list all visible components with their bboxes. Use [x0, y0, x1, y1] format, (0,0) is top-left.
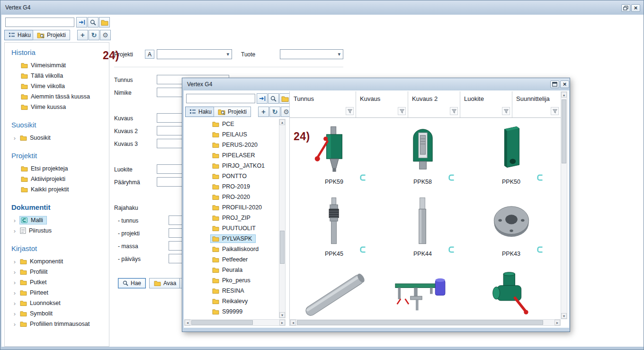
- sidebar-item[interactable]: Etsi projekteja: [5, 163, 109, 174]
- filter-icon[interactable]: [346, 107, 354, 115]
- popup-go-button[interactable]: [257, 93, 268, 104]
- main-titlebar[interactable]: Vertex G4: [0, 0, 644, 15]
- popup-tab-haku[interactable]: Haku: [185, 107, 216, 117]
- add-button[interactable]: [77, 30, 88, 40]
- column-kuvaus2[interactable]: Kuvaus 2: [408, 91, 460, 117]
- popup-search-button[interactable]: [268, 93, 279, 104]
- popup-open-folder-button[interactable]: [279, 93, 290, 104]
- tuote-combobox[interactable]: [280, 49, 343, 59]
- chevron-right-icon[interactable]: [12, 300, 17, 307]
- sidebar-item[interactable]: Luonnokset: [5, 298, 109, 308]
- part-item[interactable]: [467, 264, 555, 319]
- a-button[interactable]: A: [145, 50, 154, 59]
- sidebar-item-malli[interactable]: Malli: [5, 215, 109, 225]
- scroll-thumb[interactable]: [562, 99, 566, 163]
- sidebar-item[interactable]: Profiilien trimmausosat: [5, 319, 109, 329]
- chevron-right-icon[interactable]: [12, 258, 17, 265]
- chevron-right-icon[interactable]: [12, 321, 17, 328]
- tab-haku[interactable]: Haku: [4, 30, 35, 40]
- tree-item[interactable]: PYLVASPK: [184, 233, 279, 244]
- part-item[interactable]: PPK50: [467, 120, 555, 192]
- results-hscrollbar[interactable]: [290, 319, 561, 326]
- popup-search-input[interactable]: [186, 94, 255, 103]
- scroll-down-button[interactable]: [279, 312, 285, 318]
- scroll-thumb[interactable]: [297, 320, 543, 325]
- column-suunnittelija[interactable]: Suunnittelija: [512, 91, 561, 117]
- part-item[interactable]: PPK45: [290, 192, 378, 264]
- chevron-right-icon[interactable]: [12, 289, 17, 296]
- filter-icon[interactable]: [450, 107, 458, 115]
- search-button[interactable]: [88, 17, 98, 27]
- filter-icon[interactable]: [398, 107, 406, 115]
- tree-item[interactable]: PROJ_ZIP: [184, 213, 279, 223]
- sidebar-item[interactable]: Viimeisimmät: [5, 60, 109, 71]
- scroll-thumb[interactable]: [191, 320, 253, 325]
- scroll-down-button[interactable]: [561, 313, 567, 319]
- part-item[interactable]: PPK58: [378, 120, 467, 192]
- scroll-right-button[interactable]: [279, 320, 285, 325]
- tab-projekti[interactable]: Projekti: [33, 30, 70, 40]
- projekti-combobox[interactable]: [157, 49, 232, 59]
- tree-item[interactable]: PIPELASER: [184, 150, 279, 161]
- tree-item[interactable]: Peurala: [184, 265, 279, 275]
- maximize-button[interactable]: [621, 4, 630, 12]
- popup-tab-projekti[interactable]: Projekti: [214, 107, 251, 117]
- chevron-right-icon[interactable]: [12, 279, 17, 286]
- tree-item[interactable]: Reikalevy: [184, 296, 279, 306]
- search-input[interactable]: [5, 18, 74, 27]
- tree-item[interactable]: PRO-2020: [184, 192, 279, 202]
- sidebar-item[interactable]: Piirteet: [5, 287, 109, 298]
- part-item[interactable]: PPK43: [467, 192, 555, 264]
- tree-item[interactable]: PUUTUOLIT: [184, 223, 279, 233]
- tree-item[interactable]: S99999: [184, 306, 279, 317]
- chevron-right-icon[interactable]: [12, 217, 17, 224]
- chevron-right-icon[interactable]: [12, 269, 17, 276]
- sidebar-item[interactable]: Profiilit: [5, 267, 109, 277]
- sidebar-item[interactable]: Aiemmin tässä kuussa: [5, 91, 109, 102]
- filter-icon[interactable]: [502, 107, 510, 115]
- go-button[interactable]: [76, 17, 87, 27]
- popup-close-button[interactable]: [560, 81, 569, 88]
- sidebar-item[interactable]: Putket: [5, 277, 109, 287]
- settings-button[interactable]: [100, 30, 111, 40]
- close-button[interactable]: [631, 4, 640, 12]
- sidebar-item-piirustus[interactable]: Piirustus: [5, 225, 109, 236]
- column-kuvaus[interactable]: Kuvaus: [356, 91, 408, 117]
- scroll-up-button[interactable]: [561, 92, 567, 98]
- popup-float-button[interactable]: [550, 81, 559, 88]
- tree-item[interactable]: PRO-2019: [184, 181, 279, 192]
- tree-item[interactable]: PCE: [184, 119, 279, 129]
- filter-icon[interactable]: [551, 107, 559, 115]
- popup-titlebar[interactable]: Vertex G4: [182, 78, 570, 90]
- sidebar-item[interactable]: Symbolit: [5, 308, 109, 319]
- scroll-up-button[interactable]: [279, 119, 285, 125]
- tree-item[interactable]: PERUS-2020: [184, 140, 279, 150]
- tree-vscrollbar[interactable]: [279, 119, 286, 318]
- tree-item[interactable]: Paikalliskoord: [184, 244, 279, 254]
- scroll-left-button[interactable]: [185, 320, 190, 325]
- tree-item[interactable]: PIRJO_JATKO1: [184, 161, 279, 171]
- sidebar-item[interactable]: Viime viikolla: [5, 81, 109, 91]
- refresh-button[interactable]: [89, 30, 99, 40]
- tree-item[interactable]: PONTTO: [184, 171, 279, 181]
- part-item[interactable]: PPK44: [378, 192, 467, 264]
- scroll-right-button[interactable]: [555, 320, 560, 325]
- column-tunnus[interactable]: Tunnus: [290, 91, 356, 117]
- part-item[interactable]: [378, 264, 467, 319]
- sidebar-item[interactable]: Komponentit: [5, 256, 109, 267]
- scroll-thumb[interactable]: [280, 231, 285, 264]
- sidebar-item[interactable]: Kaikki projektit: [5, 184, 109, 195]
- avaa-button[interactable]: Avaa: [149, 278, 181, 288]
- tree-item[interactable]: PROFIILI-2020: [184, 202, 279, 213]
- popup-add-button[interactable]: [258, 107, 269, 117]
- chevron-right-icon[interactable]: [12, 227, 17, 234]
- tree-item[interactable]: PEILAUS: [184, 129, 279, 140]
- tree-item[interactable]: Petfeeder: [184, 254, 279, 265]
- popup-refresh-button[interactable]: [269, 107, 280, 117]
- column-luokite[interactable]: Luokite: [460, 91, 512, 117]
- scroll-left-button[interactable]: [290, 320, 296, 325]
- sidebar-item[interactable]: Viime kuussa: [5, 102, 109, 112]
- results-vscrollbar[interactable]: [561, 91, 567, 319]
- tree-item[interactable]: RESINA: [184, 286, 279, 296]
- tree-item[interactable]: Pko_perus: [184, 275, 279, 286]
